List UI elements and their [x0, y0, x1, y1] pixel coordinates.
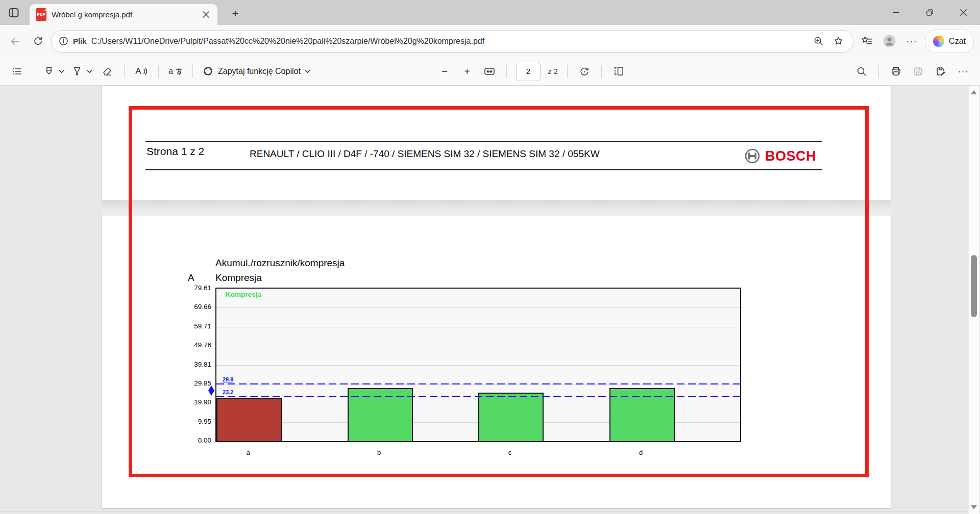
pdf-badge-label: PDF [37, 12, 45, 17]
toolbar-divider [567, 65, 568, 78]
scrollbar-thumb[interactable] [971, 255, 977, 317]
profile-button[interactable] [880, 32, 898, 50]
restore-button[interactable] [913, 0, 946, 25]
new-tab-button[interactable]: + [228, 6, 243, 21]
translate-button[interactable]: a [168, 63, 183, 80]
highlighter-dropdown[interactable] [59, 69, 64, 73]
eraser-icon [102, 66, 113, 77]
sound-waves-icon [143, 67, 148, 75]
window-bottom-edge [0, 511, 980, 511]
close-window-button[interactable] [946, 0, 980, 25]
workspaces-icon [8, 7, 20, 19]
favorites-hub-button[interactable] [857, 32, 876, 50]
erase-button[interactable] [100, 63, 115, 80]
page-view-button[interactable] [611, 63, 626, 80]
red-annotation-rectangle [129, 106, 869, 477]
scroll-up-arrow-icon[interactable] [971, 90, 977, 94]
toolbar-divider [34, 65, 34, 78]
window-controls [879, 0, 980, 25]
search-icon [856, 66, 867, 77]
draw-button[interactable] [71, 63, 92, 80]
ask-copilot-button[interactable]: Zapytaj funkcję Copilot [202, 63, 310, 80]
ask-copilot-label: Zapytaj funkcję Copilot [218, 67, 301, 76]
pdf-file-icon: PDF [36, 8, 46, 21]
page-count-label: z 2 [548, 67, 558, 75]
minus-icon: − [442, 66, 448, 76]
page-view-icon [613, 65, 625, 77]
close-icon [203, 11, 209, 18]
find-in-document-button[interactable] [854, 63, 869, 80]
table-of-contents-icon [11, 66, 22, 77]
chevron-down-icon [59, 69, 64, 73]
toc-button[interactable] [9, 63, 24, 80]
refresh-button[interactable] [29, 32, 47, 50]
favorite-star-button[interactable] [830, 34, 846, 49]
draw-dropdown[interactable] [87, 69, 92, 73]
address-bar[interactable]: Plik C:/Users/W11/OneDrive/Pulpit/Passat… [51, 30, 853, 53]
info-icon [59, 36, 68, 46]
copilot-logo-icon [933, 36, 944, 47]
save-button[interactable] [911, 63, 926, 80]
highlighter-button[interactable] [43, 63, 64, 80]
close-icon [960, 9, 967, 16]
toolbar-divider [158, 65, 159, 78]
workspaces-button[interactable] [6, 5, 21, 20]
fit-width-icon [483, 65, 496, 78]
printer-icon [890, 65, 902, 77]
magnifier-plus-icon [813, 36, 824, 46]
back-button[interactable] [6, 32, 24, 50]
star-icon [833, 36, 844, 46]
vertical-scrollbar[interactable] [968, 86, 979, 514]
toolbar-divider [192, 65, 193, 78]
more-icon: ··· [958, 67, 969, 76]
more-icon: ··· [906, 37, 917, 46]
read-aloud-icon: A [135, 66, 141, 76]
navigation-bar: Plik C:/Users/W11/OneDrive/Pulpit/Passat… [0, 25, 980, 57]
rotate-button[interactable] [577, 63, 592, 80]
fit-width-button[interactable] [482, 63, 497, 80]
save-as-button[interactable] [933, 63, 948, 80]
ask-copilot-dropdown[interactable] [305, 69, 310, 73]
zoom-out-button[interactable]: − [437, 63, 452, 80]
copilot-icon [202, 65, 214, 77]
zoom-in-button[interactable]: + [459, 63, 475, 80]
toolbar-divider [506, 65, 507, 78]
pdf-toolbar: A a Zapytaj funkcję Copilot − + 2 [0, 57, 980, 86]
url-scheme-label: Plik [73, 37, 87, 45]
avatar [883, 34, 896, 48]
read-aloud-button[interactable]: A [134, 63, 149, 80]
highlighter-icon [43, 66, 55, 77]
translate-icon: a [168, 67, 173, 76]
favorites-list-icon [861, 35, 873, 47]
toolbar-divider [124, 65, 125, 78]
pdf-more-button[interactable]: ··· [955, 63, 971, 80]
browser-window: PDF Wróbel g kompresja.pdf + [0, 0, 980, 514]
kana-icon [175, 67, 183, 75]
print-button[interactable] [888, 63, 903, 80]
back-arrow-icon [10, 36, 21, 47]
refresh-icon [33, 36, 43, 46]
toolbar-divider [601, 65, 602, 78]
rotate-icon [579, 66, 590, 77]
save-icon [913, 66, 924, 77]
url-text[interactable]: C:/Users/W11/OneDrive/Pulpit/Passat%20cc… [91, 37, 806, 46]
tab-bar: PDF Wróbel g kompresja.pdf + [0, 0, 980, 25]
toolbar-divider [878, 65, 879, 78]
zoom-page-button[interactable] [811, 34, 826, 49]
tab-active[interactable]: PDF Wróbel g kompresja.pdf [30, 4, 217, 25]
copilot-chat-button[interactable]: Czat [925, 30, 974, 53]
chevron-down-icon [305, 69, 310, 73]
browser-menu-button[interactable]: ··· [902, 32, 921, 50]
copilot-chat-label: Czat [949, 37, 966, 46]
pen-icon [71, 66, 83, 77]
plus-icon: + [232, 7, 239, 20]
plus-icon: + [464, 66, 470, 76]
restore-icon [926, 9, 933, 16]
minimize-button[interactable] [879, 0, 913, 25]
scroll-down-arrow-icon[interactable] [971, 505, 977, 509]
page-number-input[interactable]: 2 [516, 62, 541, 81]
chevron-down-icon [87, 69, 92, 73]
minimize-icon [893, 9, 899, 16]
tab-close-button[interactable] [200, 9, 211, 20]
pdf-viewport[interactable]: Strona 1 z 2 RENAULT / CLIO III / D4F / … [0, 86, 980, 514]
